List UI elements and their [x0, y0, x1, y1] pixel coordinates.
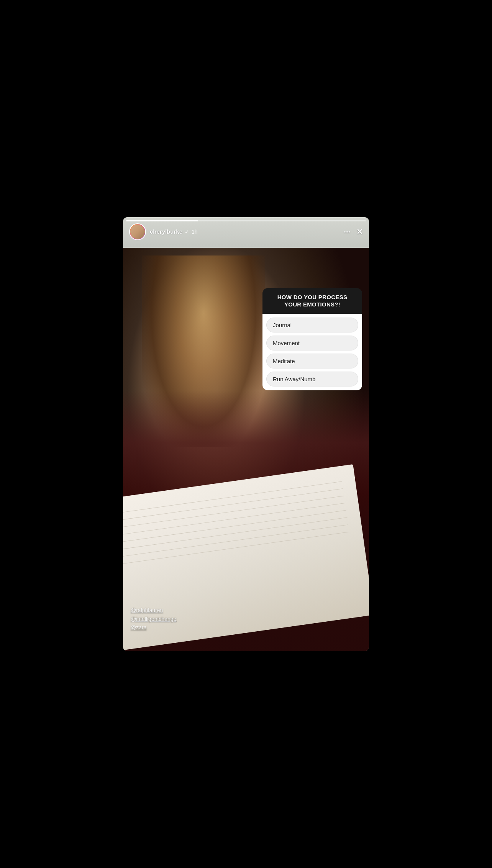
poll-option-journal[interactable]: Journal	[266, 318, 358, 332]
credit-item-ralphlauren[interactable]: @ralphlauren	[131, 606, 176, 614]
notebook-line	[123, 503, 345, 536]
timestamp-label: 1h	[192, 229, 198, 235]
poll-option-meditate[interactable]: Meditate	[266, 354, 358, 368]
background-photo	[123, 217, 369, 651]
username-label[interactable]: cherylburke	[150, 228, 182, 235]
avatar-image	[130, 224, 145, 239]
verified-badge-icon: ✓	[185, 229, 189, 235]
header-info: cherylburke ✓ 1h	[150, 228, 340, 235]
credit-item-intelligentchange[interactable]: @intelligentchange	[131, 615, 176, 623]
credits-section: @ralphlauren @intelligentchange @zara	[131, 606, 176, 632]
poll-question: HOW DO YOU PROCESS YOUR EMOTIONS?!	[262, 288, 362, 314]
more-options-icon[interactable]: ···	[344, 228, 350, 236]
close-icon[interactable]: ✕	[356, 228, 363, 236]
poll-options: Journal Movement Meditate Run Away/Numb	[262, 314, 362, 390]
notebook-line	[123, 488, 343, 521]
credit-item-zara[interactable]: @zara	[131, 623, 176, 632]
avatar[interactable]	[129, 223, 146, 240]
story-container: cherylburke ✓ 1h ··· ✕ HOW DO YOU PROCES…	[123, 217, 369, 651]
poll-widget: HOW DO YOU PROCESS YOUR EMOTIONS?! Journ…	[262, 288, 362, 390]
notebook-line	[123, 496, 344, 529]
poll-option-movement[interactable]: Movement	[266, 336, 358, 350]
header-actions: ··· ✕	[344, 228, 363, 236]
story-header: cherylburke ✓ 1h ··· ✕	[123, 217, 369, 245]
poll-option-run-away[interactable]: Run Away/Numb	[266, 372, 358, 387]
